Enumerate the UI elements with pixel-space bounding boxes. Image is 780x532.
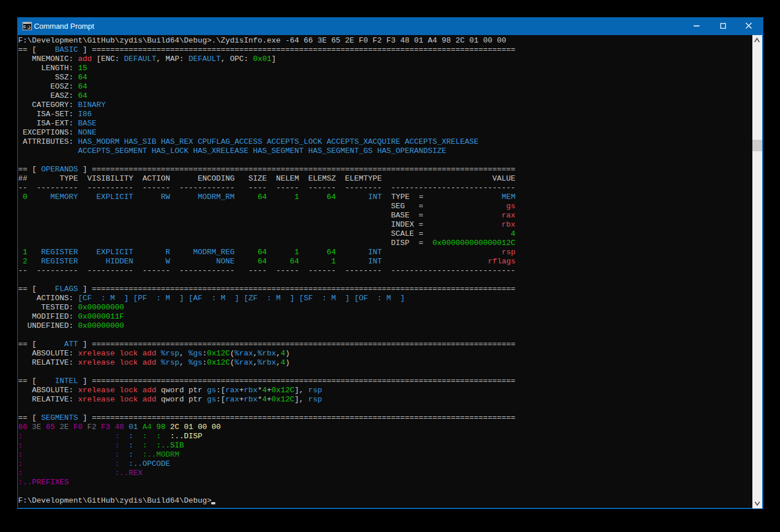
- svg-text:C:\: C:\: [24, 25, 31, 29]
